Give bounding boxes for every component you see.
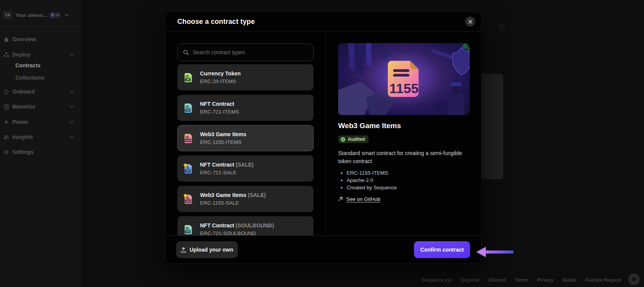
contract-card-erc1155-items[interactable]: 1155 Web3 Game Items ERC-1155-ITEMS: [177, 125, 314, 151]
contract-card-code: ERC-20-ITEMS: [200, 78, 241, 84]
contract-card-erc1155-sale[interactable]: 1155 Web3 Game Items (SALE) ERC-1155-SAL…: [177, 186, 314, 212]
search-icon: [183, 50, 189, 55]
sidebar-item-settings[interactable]: Settings: [3, 147, 77, 157]
upload-icon: [181, 247, 186, 253]
svg-text:1155: 1155: [185, 200, 191, 202]
workspace-name: Your aweso...: [15, 12, 48, 18]
sidebar-item-label: Settings: [12, 149, 33, 155]
detail-bullet-list: ERC-1155-ITEMS Apache-2.0 Created by Seq…: [338, 169, 470, 191]
chat-bubble-button[interactable]: [628, 274, 640, 285]
footer-link-discord[interactable]: Discord: [489, 277, 506, 283]
search-input[interactable]: [193, 49, 308, 55]
github-link[interactable]: See on GitHub: [338, 196, 470, 202]
hero-illustration: 1155: [338, 43, 470, 115]
footer-link-status[interactable]: Status: [562, 277, 577, 283]
sidebar-item-deploy[interactable]: Deploy: [3, 49, 77, 60]
detail-bullet: ERC-1155-ITEMS: [347, 169, 470, 177]
sidebar-item-label: Contracts: [15, 62, 40, 68]
sidebar-item-monetize[interactable]: Monetize: [3, 101, 77, 112]
contract-detail-panel: 1155 Web3 Game Items Audited Standard sm…: [326, 32, 482, 235]
erc1155-sale-doc-icon: 1155: [184, 194, 194, 204]
ethereum-network-icon: [49, 12, 56, 18]
footer-link-terms[interactable]: Terms: [515, 277, 528, 283]
help-icon[interactable]: ?: [499, 24, 505, 31]
sidebar-item-collections[interactable]: Collections: [3, 73, 77, 82]
deploy-icon: [3, 52, 9, 58]
contract-card-title: NFT Contract (SALE): [200, 162, 254, 168]
users-icon: [3, 134, 9, 140]
pointer-arrow-icon: [476, 245, 514, 259]
app-root: YA Your aweso... +1 Overview Deploy Cont…: [0, 0, 644, 287]
sidebar-item-label: Insights: [12, 134, 33, 140]
workspace-badges: +1: [49, 12, 61, 18]
erc721-sale-doc-icon: 721: [184, 163, 194, 174]
choose-contract-modal: Choose a contract type 20 Currency Token: [165, 12, 482, 264]
close-button[interactable]: [465, 17, 475, 27]
contract-card-code: ERC-1155-SALE: [200, 200, 266, 206]
contract-card-title: Web3 Game Items: [200, 131, 246, 137]
upload-your-own-button[interactable]: Upload your own: [176, 241, 238, 258]
sidebar-item-label: Onboard: [12, 88, 35, 95]
page-footer-links: Sequence.xyz Explorer Discord Terms Priv…: [422, 277, 621, 283]
footer-link-privacy[interactable]: Privacy: [537, 277, 554, 283]
erc20-doc-icon: 20: [184, 72, 194, 83]
sidebar-item-onboard[interactable]: Onboard: [3, 86, 77, 97]
github-link-label: See on GitHub: [346, 196, 380, 202]
contract-card-erc20-items[interactable]: 20 Currency Token ERC-20-ITEMS: [177, 64, 314, 90]
contract-card-code: ERC-721-SOULBOUND: [200, 230, 274, 235]
sidebar-item-label: Deploy: [12, 52, 30, 58]
svg-text:721: 721: [185, 169, 190, 172]
parachute-icon: [3, 89, 9, 95]
gear-icon: [3, 149, 9, 155]
audited-badge: Audited: [338, 135, 369, 143]
workspace-chevron-down-icon: [65, 14, 69, 17]
sidebar-item-label: Monetize: [12, 103, 35, 110]
confirm-contract-button[interactable]: Confirm contract: [414, 241, 470, 258]
contract-card-erc721-items[interactable]: 721 NFT Contract ERC-721-ITEMS: [177, 95, 314, 121]
sidebar: YA Your aweso... +1 Overview Deploy Cont…: [0, 0, 81, 287]
contract-card-erc721-soulbound[interactable]: 721 NFT Contract (SOULBOUND) ERC-721-SOU…: [177, 216, 314, 235]
sidebar-item-power[interactable]: Power: [3, 117, 77, 127]
lightning-icon: [3, 119, 9, 125]
sidebar-item-contracts[interactable]: Contracts: [3, 61, 77, 70]
close-icon: [468, 20, 472, 24]
upload-button-label: Upload your own: [190, 247, 234, 253]
workspace-selector[interactable]: YA Your aweso... +1: [3, 10, 69, 20]
modal-title: Choose a contract type: [177, 18, 255, 26]
svg-text:1155: 1155: [389, 81, 419, 96]
footer-link-feature-request[interactable]: Feature Request: [585, 277, 621, 283]
contract-card-code: ERC-721-SALE: [200, 170, 254, 175]
erc721-doc-icon: 721: [184, 102, 194, 113]
sidebar-item-label: Overview: [12, 36, 36, 42]
footer-link-explorer[interactable]: Explorer: [461, 277, 480, 283]
modal-body: 20 Currency Token ERC-20-ITEMS 721 NFT C…: [165, 32, 481, 235]
erc721-soulbound-doc-icon: 721: [184, 224, 194, 235]
footer-link-sequence[interactable]: Sequence.xyz: [422, 277, 452, 283]
modal-header: Choose a contract type: [165, 12, 481, 32]
chevron-down-icon: [70, 121, 74, 123]
detail-description: Standard smart contract for creating a s…: [338, 149, 470, 165]
contract-card-title: NFT Contract: [200, 101, 239, 107]
detail-bullet: Created by Sequence: [347, 184, 470, 191]
contract-search: [177, 43, 314, 61]
contract-card-erc721-sale[interactable]: 721 NFT Contract (SALE) ERC-721-SALE: [177, 155, 314, 182]
contract-card-title: Web3 Game Items (SALE): [200, 192, 266, 198]
chevron-down-icon: [70, 105, 74, 108]
modal-footer: Upload your own Confirm contract: [165, 235, 481, 264]
sidebar-item-label: Collections: [15, 75, 44, 81]
sidebar-item-insights[interactable]: Insights: [3, 132, 77, 142]
home-icon: [3, 37, 9, 42]
sidebar-item-overview[interactable]: Overview: [3, 34, 77, 45]
contract-card-title: Currency Token: [200, 70, 241, 77]
workspace-avatar: YA: [3, 10, 12, 20]
contract-list-panel: 20 Currency Token ERC-20-ITEMS 721 NFT C…: [165, 32, 326, 235]
svg-text:1155: 1155: [185, 139, 191, 142]
svg-text:721: 721: [185, 108, 190, 111]
audited-check-icon: [340, 137, 345, 142]
sidebar-item-label: Power: [12, 119, 28, 125]
detail-bullet: Apache-2.0: [347, 177, 470, 184]
contract-card-code: ERC-1155-ITEMS: [200, 139, 246, 145]
erc1155-doc-icon: 1155: [184, 133, 194, 144]
contract-card-code: ERC-721-ITEMS: [200, 109, 239, 115]
detail-title: Web3 Game Items: [338, 122, 470, 130]
